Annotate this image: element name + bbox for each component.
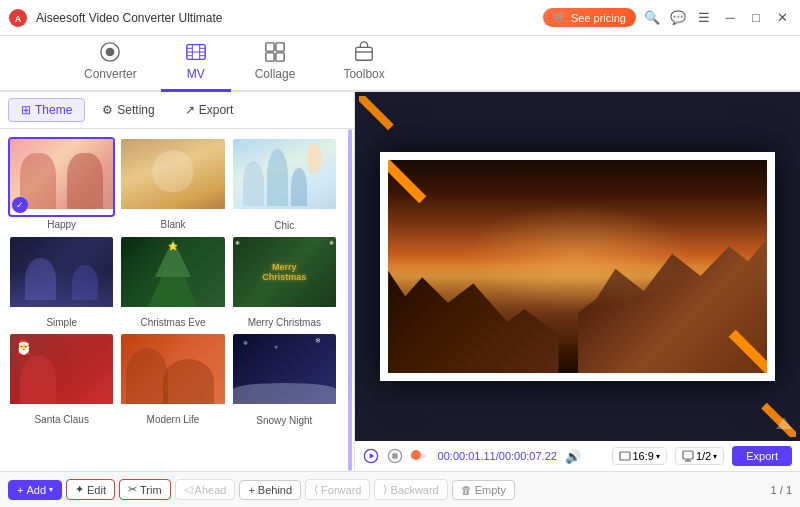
tab-collage[interactable]: Collage <box>231 33 320 92</box>
theme-thumb-christmas-eve[interactable]: ⭐ <box>119 235 226 315</box>
backward-button[interactable]: ⟩ Backward <box>374 479 447 500</box>
titlebar: A Aiseesoft Video Converter Ultimate 🛒 S… <box>0 0 800 36</box>
accent-topleft <box>359 96 409 146</box>
main-content: ⊞ Theme ⚙ Setting ↗ Export <box>0 92 800 471</box>
theme-item-christmas-eve[interactable]: ⭐ Christmas Eve <box>119 235 226 329</box>
video-frame <box>355 92 800 441</box>
tab-toolbox-label: Toolbox <box>343 67 384 81</box>
svg-text:A: A <box>15 14 22 24</box>
theme-thumb-blank[interactable] <box>119 137 226 217</box>
theme-label-chic: Chic <box>274 220 294 231</box>
backward-label: Backward <box>390 484 438 496</box>
behind-button[interactable]: + Behind <box>239 480 301 500</box>
theme-thumb-modern-life[interactable] <box>119 332 226 412</box>
theme-item-modern-life[interactable]: Modern Life <box>119 332 226 426</box>
monitor-icon <box>682 450 694 462</box>
see-pricing-label: See pricing <box>571 12 626 24</box>
theme-grid-scroll[interactable]: ✓ Happy Blank <box>0 129 346 471</box>
theme-label-blank: Blank <box>160 219 185 230</box>
corner-accent-bottomright <box>717 323 772 378</box>
play-button[interactable] <box>363 448 379 464</box>
maximize-icon[interactable]: □ <box>746 8 766 28</box>
scrollbar[interactable] <box>348 129 352 471</box>
aspect-ratio-select[interactable]: 16:9 ▾ <box>612 447 667 465</box>
menu-icon[interactable]: ☰ <box>694 8 714 28</box>
close-icon[interactable]: ✕ <box>772 8 792 28</box>
app-title: Aiseesoft Video Converter Ultimate <box>36 11 543 25</box>
progress-bar[interactable] <box>411 454 426 458</box>
ahead-button[interactable]: ◁ Ahead <box>175 479 236 500</box>
theme-thumb-happy[interactable]: ✓ <box>8 137 115 217</box>
tab-converter[interactable]: Converter <box>60 33 161 92</box>
theme-thumb-santa-claus[interactable]: 🎅 <box>8 332 115 412</box>
chat-icon[interactable]: 💬 <box>668 8 688 28</box>
theme-item-blank[interactable]: Blank <box>119 137 226 231</box>
tab-converter-label: Converter <box>84 67 137 81</box>
gear-icon: ⚙ <box>102 103 113 117</box>
edit-label: Edit <box>87 484 106 496</box>
corner-accent-topleft <box>383 155 438 210</box>
see-pricing-button[interactable]: 🛒 See pricing <box>543 8 636 27</box>
volume-icon[interactable]: 🔊 <box>565 449 581 464</box>
theme-thumb-snowy-night[interactable]: ❄ ❄ ❄ <box>231 332 338 413</box>
nav-tabs: Converter MV Collage Toolbox <box>0 36 800 92</box>
tab-toolbox[interactable]: Toolbox <box>319 33 408 92</box>
titlebar-actions: 🛒 See pricing 🔍 💬 ☰ ─ □ ✕ <box>543 8 792 28</box>
theme-check-happy: ✓ <box>12 197 28 213</box>
add-button[interactable]: + Add ▾ <box>8 480 62 500</box>
theme-panel: ✓ Happy Blank <box>0 129 354 471</box>
theme-item-simple[interactable]: Simple <box>8 235 115 329</box>
empty-button[interactable]: 🗑 Empty <box>452 480 515 500</box>
svg-marker-12 <box>370 453 375 458</box>
subtab-export[interactable]: ↗ Export <box>172 98 247 122</box>
ahead-label: Ahead <box>195 484 227 496</box>
forward-label: Forward <box>321 484 361 496</box>
theme-item-chic[interactable]: Chic <box>231 137 338 231</box>
theme-label-modern-life: Modern Life <box>147 414 200 425</box>
trim-button[interactable]: ✂ Trim <box>119 479 171 500</box>
bottom-section: + Add ▾ ✦ Edit ✂ Trim ◁ Ahead + Behind ⟨… <box>0 471 800 507</box>
theme-label-simple: Simple <box>46 317 77 328</box>
forward-button[interactable]: ⟨ Forward <box>305 479 370 500</box>
progress-thumb[interactable] <box>411 450 421 460</box>
edit-button[interactable]: ✦ Edit <box>66 479 115 500</box>
subtab-bar: ⊞ Theme ⚙ Setting ↗ Export <box>0 92 354 129</box>
theme-label-christmas-eve: Christmas Eve <box>140 317 205 328</box>
subtab-theme[interactable]: ⊞ Theme <box>8 98 85 122</box>
forward-icon: ⟨ <box>314 483 318 496</box>
theme-grid: ✓ Happy Blank <box>0 129 346 434</box>
svg-rect-5 <box>266 43 274 51</box>
theme-item-merry-christmas[interactable]: MerryChristmas ❄ ❄ Merry Christmas <box>231 235 338 329</box>
trim-label: Trim <box>140 484 162 496</box>
theme-item-snowy-night[interactable]: ❄ ❄ ❄ Snowy Night <box>231 332 338 426</box>
accent-bottomright <box>746 387 796 437</box>
page-indicator: 1 / 1 <box>771 484 792 496</box>
svg-rect-7 <box>266 53 274 61</box>
zoom-value: 1/2 <box>696 450 711 462</box>
zoom-select[interactable]: 1/2 ▾ <box>675 447 724 465</box>
stop-button[interactable] <box>387 448 403 464</box>
edit-icon: ✦ <box>75 483 84 496</box>
svg-rect-15 <box>620 452 630 460</box>
export-button[interactable]: Export <box>732 446 792 466</box>
minimize-icon[interactable]: ─ <box>720 8 740 28</box>
controls-bar: 00:00:01.11/00:00:07.22 🔊 16:9 ▾ 1/2 ▾ <box>355 441 800 471</box>
theme-item-santa-claus[interactable]: 🎅 Santa Claus <box>8 332 115 426</box>
subtab-setting[interactable]: ⚙ Setting <box>89 98 167 122</box>
video-inner-frame <box>380 152 775 381</box>
tab-mv[interactable]: MV <box>161 33 231 92</box>
scissors-icon: ✂ <box>128 483 137 496</box>
theme-item-happy[interactable]: ✓ Happy <box>8 137 115 231</box>
theme-thumb-merry-christmas[interactable]: MerryChristmas ❄ ❄ <box>231 235 338 316</box>
theme-label-merry-christmas: Merry Christmas <box>248 317 321 328</box>
svg-point-3 <box>107 48 114 55</box>
aspect-ratio-value: 16:9 <box>633 450 654 462</box>
export-icon: ↗ <box>185 103 195 117</box>
app-logo: A <box>8 8 28 28</box>
backward-icon: ⟩ <box>383 483 387 496</box>
search-icon[interactable]: 🔍 <box>642 8 662 28</box>
ahead-icon: ◁ <box>184 483 192 496</box>
theme-thumb-simple[interactable] <box>8 235 115 315</box>
svg-rect-16 <box>683 451 693 459</box>
theme-thumb-chic[interactable] <box>231 137 338 218</box>
